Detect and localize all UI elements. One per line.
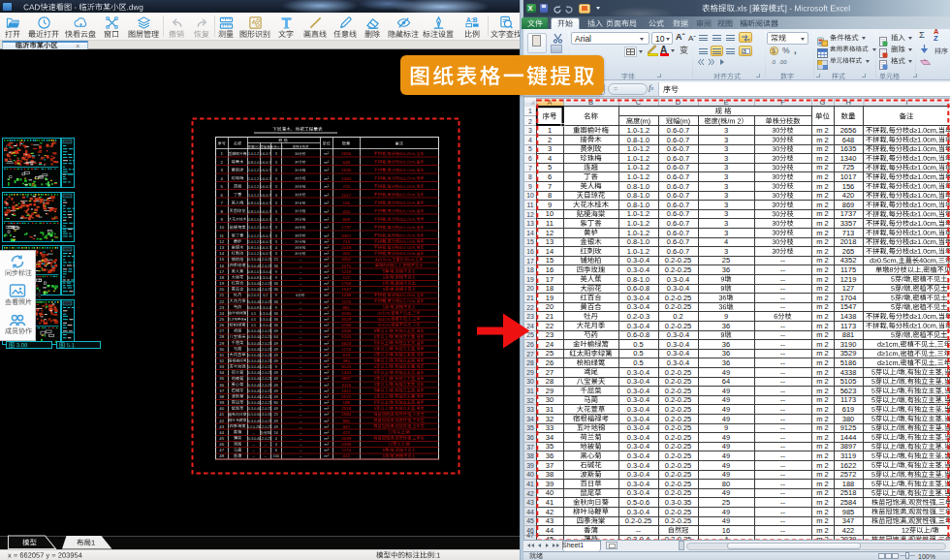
svg-text:16: 16: [546, 265, 554, 274]
svg-text:0.2-0.25: 0.2-0.25: [665, 516, 692, 525]
svg-text:m 2: m 2: [816, 349, 829, 358]
svg-text:0.2-0.3: 0.2-0.3: [627, 312, 649, 321]
svg-text:869: 869: [842, 201, 855, 209]
svg-text:0.2-0.25: 0.2-0.25: [665, 461, 692, 470]
svg-text:--: --: [780, 330, 785, 339]
svg-text:3190: 3190: [840, 340, 857, 349]
svg-text:--: --: [780, 294, 785, 302]
svg-text:--: --: [780, 488, 785, 497]
svg-text:1737: 1737: [840, 209, 857, 218]
svg-text:0.3-0.4: 0.3-0.4: [627, 302, 649, 311]
svg-text:F: F: [780, 98, 785, 107]
svg-text:27: 27: [526, 351, 534, 358]
svg-text:33: 33: [546, 423, 554, 432]
svg-text:--: --: [780, 508, 785, 516]
svg-text:36: 36: [722, 322, 730, 330]
svg-text:3: 3: [724, 144, 728, 153]
svg-text:1340: 1340: [840, 154, 857, 163]
svg-text:1173: 1173: [840, 395, 856, 404]
svg-text:0.6-0.7: 0.6-0.7: [667, 144, 689, 153]
svg-text:5105: 5105: [840, 377, 857, 386]
svg-text:1.0-1.2: 1.0-1.2: [627, 247, 649, 256]
svg-text:34: 34: [526, 416, 534, 422]
svg-text:3: 3: [724, 191, 728, 200]
svg-text:127: 127: [842, 284, 855, 293]
svg-text:380: 380: [842, 415, 855, 423]
svg-text:--: --: [780, 349, 785, 358]
svg-text:0.3-0.4: 0.3-0.4: [667, 349, 689, 358]
svg-text:3: 3: [724, 154, 728, 163]
svg-text:0.2-0.25: 0.2-0.25: [665, 488, 692, 497]
svg-text:--: --: [780, 433, 785, 442]
svg-text:14: 14: [546, 247, 554, 256]
svg-text:37: 37: [526, 444, 534, 451]
svg-text:m 2: m 2: [816, 516, 829, 525]
svg-text:32: 32: [526, 397, 534, 404]
svg-text:1: 1: [528, 108, 532, 114]
svg-text:9: 9: [548, 201, 552, 209]
svg-text:29: 29: [546, 387, 554, 395]
svg-text:0.3-0.4: 0.3-0.4: [627, 395, 649, 404]
svg-text:31: 31: [526, 388, 534, 394]
svg-text:34: 34: [546, 433, 554, 442]
svg-text:0.3-0.4: 0.3-0.4: [627, 405, 649, 414]
svg-text:49: 49: [722, 508, 730, 516]
svg-text:1622: 1622: [840, 461, 857, 470]
svg-text:3: 3: [724, 209, 728, 218]
svg-text:881: 881: [842, 330, 855, 339]
svg-text:--: --: [780, 275, 785, 284]
svg-text:0.6-0.7: 0.6-0.7: [667, 247, 689, 256]
svg-text:m 2: m 2: [816, 415, 829, 423]
svg-text:m 2: m 2: [816, 265, 829, 274]
svg-text:49: 49: [722, 442, 730, 451]
svg-text:--: --: [780, 461, 785, 470]
svg-text:5: 5: [548, 163, 552, 171]
svg-text:11: 11: [546, 219, 554, 228]
svg-text:0.3-0.4: 0.3-0.4: [627, 451, 649, 460]
svg-text:3: 3: [724, 163, 728, 171]
svg-text:3: 3: [724, 172, 728, 181]
svg-text:32: 32: [546, 415, 554, 423]
svg-text:30: 30: [546, 395, 554, 404]
svg-text:m 2: m 2: [816, 256, 829, 264]
svg-text:--: --: [780, 470, 785, 479]
svg-text:49: 49: [722, 516, 730, 525]
svg-text:7: 7: [528, 165, 532, 171]
svg-text:8: 8: [528, 173, 532, 180]
svg-text:3: 3: [724, 126, 728, 135]
svg-text:0.5: 0.5: [633, 349, 643, 358]
svg-text:0.2-0.25: 0.2-0.25: [665, 387, 692, 395]
svg-text:5: 5: [528, 145, 532, 152]
svg-text:6: 6: [528, 155, 532, 162]
svg-text:m 2: m 2: [816, 340, 829, 349]
svg-text:m 2: m 2: [816, 275, 829, 284]
svg-text:--: --: [780, 377, 785, 386]
svg-text:38: 38: [526, 452, 534, 459]
svg-text:m 2: m 2: [816, 163, 829, 171]
svg-text:0.3-0.35: 0.3-0.35: [665, 498, 692, 507]
svg-text:0.3-0.4: 0.3-0.4: [667, 275, 689, 284]
svg-text:C: C: [636, 98, 642, 107]
svg-text:0.5: 0.5: [633, 358, 643, 367]
svg-text:m 2: m 2: [816, 284, 829, 293]
svg-text:41: 41: [546, 498, 554, 507]
svg-text:m 2: m 2: [816, 423, 829, 432]
svg-text:64: 64: [722, 377, 730, 386]
svg-text:2572: 2572: [840, 470, 857, 479]
svg-text:0.2-0.25: 0.2-0.25: [665, 508, 692, 516]
svg-text:985: 985: [842, 508, 855, 516]
svg-text:m 2: m 2: [816, 498, 829, 507]
svg-text:0.6-0.7: 0.6-0.7: [667, 154, 689, 163]
svg-text:347: 347: [842, 516, 855, 525]
svg-text:49: 49: [722, 368, 730, 377]
svg-text:13: 13: [546, 237, 554, 246]
svg-text:13: 13: [526, 220, 534, 227]
svg-text:0.6-0.7: 0.6-0.7: [667, 182, 689, 191]
svg-text:36: 36: [722, 265, 730, 274]
svg-text:m 2: m 2: [816, 229, 829, 237]
svg-text:43: 43: [526, 499, 534, 506]
svg-text:3: 3: [528, 127, 532, 134]
svg-text:0.6-0.7: 0.6-0.7: [667, 219, 689, 228]
svg-text:m 2: m 2: [816, 330, 829, 339]
svg-text:0.2-0.25: 0.2-0.25: [665, 395, 692, 404]
